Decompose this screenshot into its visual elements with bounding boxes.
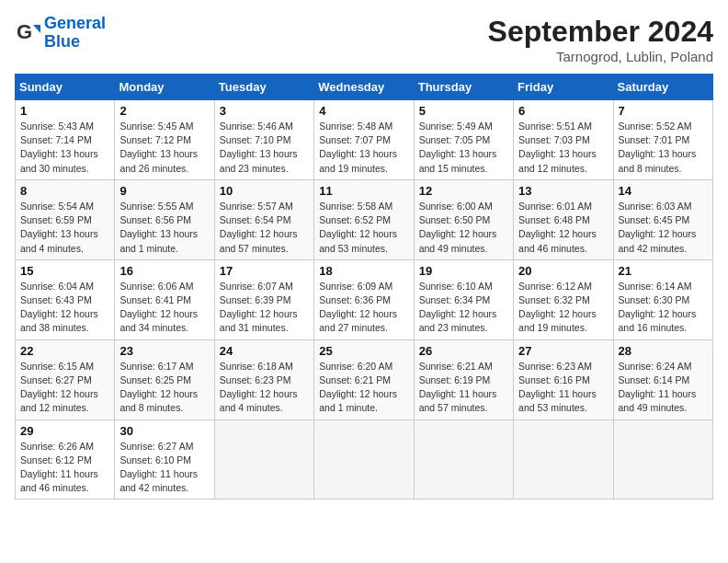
- calendar-cell: 18Sunrise: 6:09 AM Sunset: 6:36 PM Dayli…: [314, 259, 414, 339]
- day-info: Sunrise: 5:57 AM Sunset: 6:54 PM Dayligh…: [220, 200, 309, 256]
- day-number: 11: [319, 184, 408, 198]
- day-info: Sunrise: 5:55 AM Sunset: 6:56 PM Dayligh…: [119, 200, 209, 256]
- calendar-cell: 20Sunrise: 6:12 AM Sunset: 6:32 PM Dayli…: [514, 259, 613, 339]
- logo-line1: General: [44, 14, 106, 32]
- calendar-week-row: 8Sunrise: 5:54 AM Sunset: 6:59 PM Daylig…: [16, 179, 713, 259]
- day-number: 19: [419, 264, 508, 278]
- day-number: 16: [119, 264, 209, 278]
- day-number: 13: [518, 184, 608, 198]
- day-info: Sunrise: 6:04 AM Sunset: 6:43 PM Dayligh…: [20, 280, 109, 336]
- calendar-cell: 8Sunrise: 5:54 AM Sunset: 6:59 PM Daylig…: [16, 179, 115, 259]
- calendar-table: SundayMondayTuesdayWednesdayThursdayFrid…: [15, 74, 713, 500]
- logo: G General Blue: [15, 15, 106, 52]
- day-number: 27: [518, 344, 608, 358]
- day-info: Sunrise: 5:52 AM Sunset: 7:01 PM Dayligh…: [619, 120, 708, 176]
- calendar-cell: 2Sunrise: 5:45 AM Sunset: 7:12 PM Daylig…: [115, 100, 214, 180]
- weekday-header-wednesday: Wednesday: [314, 75, 414, 100]
- calendar-cell: 15Sunrise: 6:04 AM Sunset: 6:43 PM Dayli…: [16, 259, 115, 339]
- calendar-cell: 21Sunrise: 6:14 AM Sunset: 6:30 PM Dayli…: [613, 259, 712, 339]
- day-number: 29: [20, 424, 109, 438]
- calendar-cell: 24Sunrise: 6:18 AM Sunset: 6:23 PM Dayli…: [214, 339, 313, 419]
- calendar-cell: 27Sunrise: 6:23 AM Sunset: 6:16 PM Dayli…: [514, 339, 613, 419]
- day-number: 2: [119, 104, 209, 118]
- weekday-header-thursday: Thursday: [414, 75, 513, 100]
- day-info: Sunrise: 5:51 AM Sunset: 7:03 PM Dayligh…: [518, 120, 608, 176]
- day-number: 30: [119, 424, 209, 438]
- day-number: 22: [20, 344, 109, 358]
- calendar-cell: [514, 419, 613, 500]
- calendar-week-row: 1Sunrise: 5:43 AM Sunset: 7:14 PM Daylig…: [16, 100, 713, 180]
- calendar-week-row: 15Sunrise: 6:04 AM Sunset: 6:43 PM Dayli…: [16, 259, 713, 339]
- day-number: 1: [20, 104, 109, 118]
- calendar-body: 1Sunrise: 5:43 AM Sunset: 7:14 PM Daylig…: [16, 100, 713, 500]
- day-info: Sunrise: 6:20 AM Sunset: 6:21 PM Dayligh…: [319, 360, 408, 416]
- calendar-cell: 30Sunrise: 6:27 AM Sunset: 6:10 PM Dayli…: [115, 419, 214, 500]
- day-info: Sunrise: 6:14 AM Sunset: 6:30 PM Dayligh…: [619, 280, 708, 336]
- calendar-cell: 29Sunrise: 6:26 AM Sunset: 6:12 PM Dayli…: [16, 419, 115, 500]
- day-number: 3: [220, 104, 309, 118]
- calendar-cell: 10Sunrise: 5:57 AM Sunset: 6:54 PM Dayli…: [214, 179, 313, 259]
- svg-marker-1: [33, 25, 40, 33]
- day-info: Sunrise: 6:09 AM Sunset: 6:36 PM Dayligh…: [319, 280, 408, 336]
- calendar-cell: 19Sunrise: 6:10 AM Sunset: 6:34 PM Dayli…: [414, 259, 513, 339]
- weekday-row: SundayMondayTuesdayWednesdayThursdayFrid…: [16, 75, 713, 100]
- day-number: 4: [319, 104, 408, 118]
- calendar-cell: 4Sunrise: 5:48 AM Sunset: 7:07 PM Daylig…: [314, 100, 414, 180]
- day-info: Sunrise: 6:18 AM Sunset: 6:23 PM Dayligh…: [220, 360, 309, 416]
- calendar-cell: 12Sunrise: 6:00 AM Sunset: 6:50 PM Dayli…: [414, 179, 513, 259]
- day-number: 24: [220, 344, 309, 358]
- calendar-cell: 9Sunrise: 5:55 AM Sunset: 6:56 PM Daylig…: [115, 179, 214, 259]
- calendar-cell: 6Sunrise: 5:51 AM Sunset: 7:03 PM Daylig…: [514, 100, 613, 180]
- weekday-header-sunday: Sunday: [16, 75, 115, 100]
- logo-icon: G: [15, 20, 40, 46]
- day-number: 12: [419, 184, 508, 198]
- day-info: Sunrise: 6:17 AM Sunset: 6:25 PM Dayligh…: [119, 360, 209, 416]
- location: Tarnogrod, Lublin, Poland: [488, 49, 713, 64]
- day-number: 23: [119, 344, 209, 358]
- day-info: Sunrise: 6:21 AM Sunset: 6:19 PM Dayligh…: [419, 360, 508, 416]
- day-number: 28: [619, 344, 708, 358]
- day-number: 8: [20, 184, 109, 198]
- day-info: Sunrise: 6:06 AM Sunset: 6:41 PM Dayligh…: [119, 280, 209, 336]
- calendar-cell: 3Sunrise: 5:46 AM Sunset: 7:10 PM Daylig…: [214, 100, 313, 180]
- calendar-cell: 17Sunrise: 6:07 AM Sunset: 6:39 PM Dayli…: [214, 259, 313, 339]
- day-info: Sunrise: 5:45 AM Sunset: 7:12 PM Dayligh…: [119, 120, 209, 176]
- day-number: 7: [619, 104, 708, 118]
- day-info: Sunrise: 5:58 AM Sunset: 6:52 PM Dayligh…: [319, 200, 408, 256]
- calendar-week-row: 29Sunrise: 6:26 AM Sunset: 6:12 PM Dayli…: [16, 419, 713, 500]
- day-info: Sunrise: 6:10 AM Sunset: 6:34 PM Dayligh…: [419, 280, 508, 336]
- day-info: Sunrise: 6:15 AM Sunset: 6:27 PM Dayligh…: [20, 360, 109, 416]
- calendar-cell: [214, 419, 313, 500]
- day-number: 26: [419, 344, 508, 358]
- calendar-cell: 28Sunrise: 6:24 AM Sunset: 6:14 PM Dayli…: [613, 339, 712, 419]
- calendar-cell: [414, 419, 513, 500]
- calendar-cell: 5Sunrise: 5:49 AM Sunset: 7:05 PM Daylig…: [414, 100, 513, 180]
- day-info: Sunrise: 5:48 AM Sunset: 7:07 PM Dayligh…: [319, 120, 408, 176]
- day-number: 17: [220, 264, 309, 278]
- month-title: September 2024: [488, 15, 713, 49]
- calendar-cell: 1Sunrise: 5:43 AM Sunset: 7:14 PM Daylig…: [16, 100, 115, 180]
- page-header: G General Blue September 2024 Tarnogrod,…: [15, 15, 713, 64]
- title-block: September 2024 Tarnogrod, Lublin, Poland: [488, 15, 713, 64]
- day-number: 6: [518, 104, 608, 118]
- svg-text:G: G: [17, 20, 32, 43]
- day-number: 10: [220, 184, 309, 198]
- calendar-cell: 11Sunrise: 5:58 AM Sunset: 6:52 PM Dayli…: [314, 179, 414, 259]
- day-info: Sunrise: 5:46 AM Sunset: 7:10 PM Dayligh…: [220, 120, 309, 176]
- day-info: Sunrise: 6:00 AM Sunset: 6:50 PM Dayligh…: [419, 200, 508, 256]
- day-info: Sunrise: 6:12 AM Sunset: 6:32 PM Dayligh…: [518, 280, 608, 336]
- calendar-header: SundayMondayTuesdayWednesdayThursdayFrid…: [16, 75, 713, 100]
- day-number: 18: [319, 264, 408, 278]
- day-number: 14: [619, 184, 708, 198]
- day-info: Sunrise: 6:27 AM Sunset: 6:10 PM Dayligh…: [119, 440, 209, 496]
- weekday-header-tuesday: Tuesday: [214, 75, 313, 100]
- day-info: Sunrise: 5:54 AM Sunset: 6:59 PM Dayligh…: [20, 200, 109, 256]
- calendar-cell: 7Sunrise: 5:52 AM Sunset: 7:01 PM Daylig…: [613, 100, 712, 180]
- calendar-cell: 22Sunrise: 6:15 AM Sunset: 6:27 PM Dayli…: [16, 339, 115, 419]
- logo-text: General Blue: [44, 15, 106, 52]
- day-info: Sunrise: 6:26 AM Sunset: 6:12 PM Dayligh…: [20, 440, 109, 496]
- day-info: Sunrise: 6:23 AM Sunset: 6:16 PM Dayligh…: [518, 360, 608, 416]
- day-info: Sunrise: 6:01 AM Sunset: 6:48 PM Dayligh…: [518, 200, 608, 256]
- calendar-cell: 25Sunrise: 6:20 AM Sunset: 6:21 PM Dayli…: [314, 339, 414, 419]
- day-info: Sunrise: 6:03 AM Sunset: 6:45 PM Dayligh…: [619, 200, 708, 256]
